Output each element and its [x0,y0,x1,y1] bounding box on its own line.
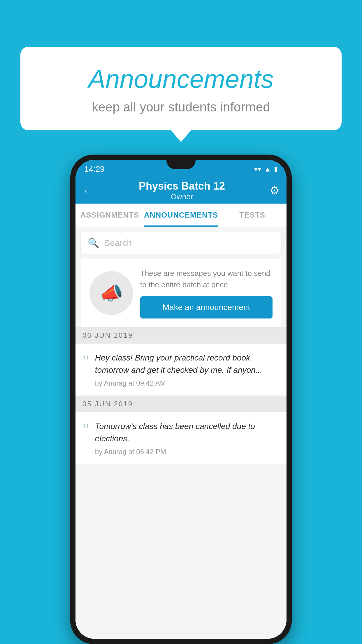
phone-notch [166,160,196,169]
tab-tests[interactable]: TESTS [218,204,287,227]
search-icon: 🔍 [88,237,99,249]
app-bar-title: Physics Batch 12 [94,180,270,192]
app-bar: ← Physics Batch 12 Owner ⚙ [75,177,287,204]
empty-state-description: These are messages you want to send to t… [140,268,273,290]
status-icons: ▾▾ ▲ ▮ [254,165,278,173]
status-time: 14:29 [84,164,105,174]
empty-state-right: These are messages you want to send to t… [140,268,273,318]
tab-assignments[interactable]: ASSIGNMENTS [75,204,144,227]
announcement-content-1: Hey class! Bring your practical record b… [95,352,280,387]
make-announcement-button[interactable]: Make an announcement [140,296,273,318]
signal-icon: ▲ [264,165,271,173]
announcement-meta-1: by Anurag at 09:42 AM [95,379,280,387]
search-bar[interactable]: 🔍 Search [81,232,281,254]
speech-bubble-container: Announcements keep all your students inf… [20,47,342,130]
empty-icon-circle: 📣 [89,271,133,315]
date-separator-1: 06 JUN 2019 [75,327,287,344]
app-bar-subtitle: Owner [94,192,270,201]
back-button[interactable]: ← [82,184,94,197]
quote-icon-1: " [82,353,89,369]
scrollable-content: 🔍 Search 📣 These are messages you want t… [75,227,287,639]
tab-announcements[interactable]: ANNOUNCEMENTS [144,204,218,227]
phone-container: 14:29 ▾▾ ▲ ▮ ← Physics Batch 12 Owner ⚙ [20,155,342,644]
phone-screen: 14:29 ▾▾ ▲ ▮ ← Physics Batch 12 Owner ⚙ [75,160,287,639]
speech-bubble: Announcements keep all your students inf… [20,47,342,130]
announcement-item-1[interactable]: " Hey class! Bring your practical record… [75,344,287,396]
megaphone-icon: 📣 [100,282,123,304]
battery-icon: ▮ [274,165,278,173]
announcement-text-1: Hey class! Bring your practical record b… [95,352,280,376]
tab-bar: ASSIGNMENTS ANNOUNCEMENTS TESTS [75,204,287,227]
bubble-subtitle: keep all your students informed [44,100,318,114]
phone-frame: 14:29 ▾▾ ▲ ▮ ← Physics Batch 12 Owner ⚙ [70,155,292,644]
announcement-item-2[interactable]: " Tomorrow's class has been cancelled du… [75,412,287,464]
quote-icon-2: " [82,421,89,438]
announcement-content-2: Tomorrow's class has been cancelled due … [95,420,280,456]
announcement-meta-2: by Anurag at 05:42 PM [95,448,280,456]
search-placeholder: Search [104,238,132,248]
settings-icon[interactable]: ⚙ [270,184,280,197]
app-bar-title-container: Physics Batch 12 Owner [94,180,270,201]
bubble-title: Announcements [44,64,318,94]
wifi-icon: ▾▾ [254,165,261,173]
date-separator-2: 05 JUN 2019 [75,396,287,412]
empty-state: 📣 These are messages you want to send to… [81,259,281,327]
announcement-text-2: Tomorrow's class has been cancelled due … [95,420,280,445]
